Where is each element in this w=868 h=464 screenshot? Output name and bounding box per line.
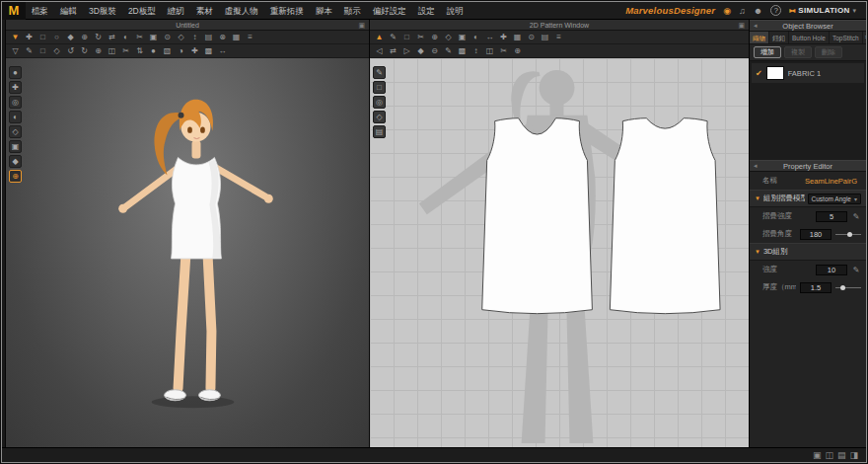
license-coin-icon[interactable]: ◉: [723, 2, 731, 20]
menu-item[interactable]: 3D服裝: [83, 2, 122, 20]
show-seams-toggle[interactable]: ◇: [50, 45, 63, 57]
collapse-panel-icon[interactable]: ◂: [754, 22, 758, 30]
remove-sewing-tool[interactable]: ⊖: [428, 45, 441, 57]
orbit-tool[interactable]: ◎: [9, 96, 22, 109]
view-cube-tool[interactable]: ●: [9, 66, 22, 79]
pin-tool[interactable]: ◆: [64, 32, 77, 43]
detach-sewing-tool[interactable]: ▷: [400, 45, 413, 57]
name-value[interactable]: SeamLinePairG: [805, 177, 861, 186]
menu-item[interactable]: 素材: [190, 2, 219, 20]
add-point-tool[interactable]: ⊕: [92, 45, 105, 57]
pattern-transform-tool[interactable]: ▲: [373, 32, 386, 43]
edit-pattern-tool[interactable]: ✎: [387, 32, 399, 43]
create-rectangle-tool[interactable]: □: [400, 32, 413, 43]
simulation-mode-selector[interactable]: ▸◂ SIMULATION ▾: [789, 6, 856, 15]
more-options[interactable]: ≡: [244, 32, 256, 43]
layout-right-icon[interactable]: ◨: [849, 449, 858, 462]
swap-view-tool[interactable]: ⇅: [133, 45, 146, 57]
menu-item[interactable]: 2D板型: [122, 2, 162, 20]
grading-toggle[interactable]: ▦: [511, 32, 524, 43]
tab-button[interactable]: 鈕釦: [769, 32, 789, 43]
segment-sewing-tool[interactable]: ◁: [373, 45, 386, 57]
edit-tool[interactable]: ✎: [373, 66, 386, 79]
add-point-tool[interactable]: ⊕: [428, 32, 441, 43]
add-object-tool[interactable]: ✚: [188, 45, 201, 57]
grain-toggle[interactable]: ◇: [373, 111, 386, 123]
menu-item[interactable]: 顯示: [338, 2, 367, 20]
layer-tool[interactable]: ▤: [539, 32, 551, 43]
collapse-panel-icon[interactable]: ◂: [754, 162, 758, 170]
seam-tool[interactable]: ✚: [497, 32, 510, 43]
mirror-toggle[interactable]: ◫: [106, 45, 118, 57]
free-sewing-tool[interactable]: ⇄: [387, 45, 399, 57]
render-toggle[interactable]: ●: [147, 45, 160, 57]
simulate-button[interactable]: ▼: [9, 32, 22, 43]
viewport-2d[interactable]: ✎□◎◇▤: [370, 58, 749, 447]
more-options[interactable]: ≡: [552, 32, 565, 43]
menu-item[interactable]: 說明: [441, 2, 470, 20]
zoom-tool[interactable]: ⊙: [161, 32, 174, 43]
slider-knob[interactable]: [847, 232, 852, 237]
tab-overflow-icon[interactable]: »: [863, 32, 866, 43]
fold-angle-input[interactable]: 180: [800, 229, 832, 240]
fill-toggle[interactable]: ▩: [202, 45, 215, 57]
viewport-3d[interactable]: ●✚◎◐◇▣◆⊕: [6, 58, 369, 447]
zoom-tool[interactable]: ⊙: [525, 32, 538, 43]
extend-tool[interactable]: ↔: [483, 32, 496, 43]
edit-curvature-tool[interactable]: ◇: [442, 32, 455, 43]
layout-rows-icon[interactable]: ▤: [837, 449, 846, 462]
vertical-move-tool[interactable]: ↕: [188, 32, 201, 43]
darts-tool[interactable]: ◐: [470, 32, 482, 43]
pin-visibility-toggle[interactable]: ◆: [9, 155, 22, 168]
edit-sewing-tool[interactable]: ✎: [442, 45, 455, 57]
pan-view-tool[interactable]: ⇄: [106, 32, 118, 43]
strength-input[interactable]: 10: [816, 265, 847, 275]
pattern-outline-toggle[interactable]: □: [373, 81, 386, 94]
thickness-slider[interactable]: [835, 283, 861, 292]
layer-toggle[interactable]: ▤: [202, 32, 215, 43]
redo-view-icon[interactable]: ↻: [78, 45, 91, 57]
menu-item[interactable]: 設定: [412, 2, 441, 20]
avatar-display-toggle[interactable]: ▽: [9, 45, 22, 57]
menu-item[interactable]: 偏好設定: [367, 2, 412, 20]
menu-item[interactable]: 檔案: [26, 2, 54, 20]
collapse-triangle-icon[interactable]: ▼: [755, 249, 760, 255]
measure-tool[interactable]: ↕: [470, 45, 482, 57]
fold-strength-input[interactable]: 5: [816, 211, 847, 222]
menu-item[interactable]: 虛擬人物: [219, 2, 264, 20]
slider-knob[interactable]: [840, 285, 845, 290]
garment-visibility-toggle[interactable]: ▣: [9, 140, 22, 153]
scissors-tool[interactable]: ✂: [133, 32, 146, 43]
layout-split-icon[interactable]: ◫: [825, 449, 833, 462]
edit-pattern-tool[interactable]: ✎: [23, 45, 36, 57]
undo-view-icon[interactable]: ↺: [64, 45, 77, 57]
box-select-tool[interactable]: □: [36, 32, 49, 43]
add-button[interactable]: 增加: [754, 46, 781, 58]
gizmo-move-tool[interactable]: ⊕: [78, 32, 91, 43]
menu-item[interactable]: 重新拓撲: [264, 2, 310, 20]
speaker-icon[interactable]: ♫: [739, 2, 746, 20]
layout-single-icon[interactable]: ▣: [813, 449, 822, 462]
maximize-panel-icon[interactable]: ▣: [358, 21, 365, 30]
show-garment-toggle[interactable]: □: [36, 45, 49, 57]
notch-tool[interactable]: ✂: [497, 45, 510, 57]
fabric-item-1[interactable]: ✔ FABRIC 1: [752, 63, 864, 83]
fabric-swatch[interactable]: [766, 66, 784, 80]
collapse-triangle-icon[interactable]: ▼: [755, 195, 760, 201]
edit-pencil-icon[interactable]: ✎: [851, 266, 861, 274]
rotate-view-tool[interactable]: ↻: [92, 32, 105, 43]
shading-toggle[interactable]: ◐: [9, 111, 22, 123]
menu-item[interactable]: 縫紉: [162, 2, 190, 20]
menu-item[interactable]: 腳本: [310, 2, 338, 20]
tab-topstitch[interactable]: TopStitch: [830, 32, 863, 43]
stylus-tool[interactable]: ◇: [175, 32, 187, 43]
maximize-panel-icon[interactable]: ▣: [738, 21, 745, 30]
pin-sewing-tool[interactable]: ◆: [414, 45, 427, 57]
grid-toggle[interactable]: ▦: [230, 32, 243, 43]
edit-pencil-icon[interactable]: ✎: [851, 212, 861, 221]
shadow-toggle[interactable]: ▧: [161, 45, 174, 57]
tab-fabric[interactable]: 織物: [750, 32, 769, 43]
layer-visibility-toggle[interactable]: ▤: [373, 125, 386, 138]
gizmo-toggle[interactable]: ✚: [9, 81, 22, 94]
copy-button[interactable]: 複製: [784, 46, 812, 58]
